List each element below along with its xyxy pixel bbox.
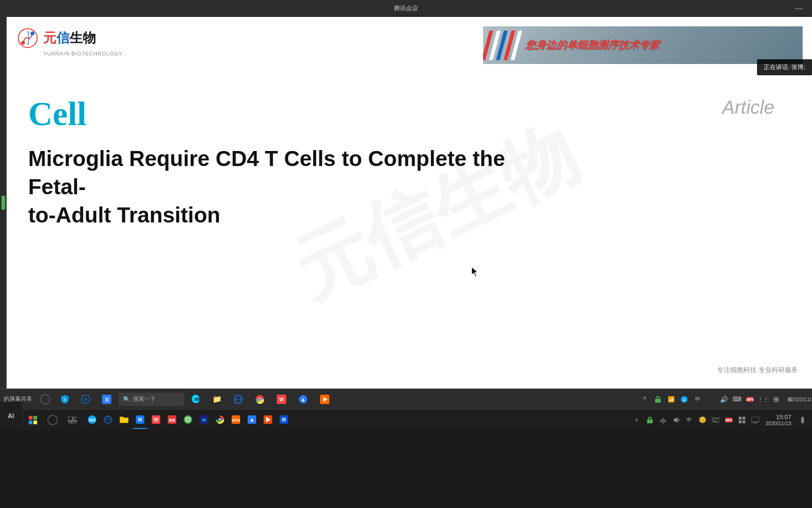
tray-keyboard[interactable] [710,414,721,426]
top-tray-keyboard[interactable]: ⌨ [731,394,742,405]
360-browser-icon [183,415,193,424]
svg-text:WPS: WPS [232,418,241,422]
bottom-text: 专注细胞科技 专业科研服务 [717,366,798,373]
close-button[interactable]: — [795,4,803,13]
top-tray-wps[interactable]: WPS [744,394,756,405]
show-hidden-icons[interactable]: ∧ [631,414,642,426]
taskbar-edge-top[interactable] [186,391,206,407]
tray-monitor[interactable] [750,414,761,426]
svg-text:M: M [138,417,142,422]
svg-text:▲: ▲ [300,396,306,403]
taskbar-360[interactable]: 360 [85,411,100,429]
top-tray-input[interactable]: 中 [692,394,703,405]
banner-stripes [483,26,521,64]
taskbar-center: 360 e [83,410,627,430]
top-tray-360[interactable]: 3 [679,394,690,405]
top-tray-dot1[interactable]: · [705,394,716,405]
top-tray-chevron[interactable]: ^ [639,394,650,405]
speaker-tooltip: 正在讲话: 张博; [757,59,812,75]
svg-rect-66 [714,421,717,422]
search-icon: 🔍 [123,396,130,403]
taskbar-ie2-top[interactable] [228,391,248,407]
taskbar-baidu-cloud[interactable]: ▲ [244,411,259,429]
taskbar-ie[interactable]: e [101,411,116,429]
task-view-button[interactable] [64,412,81,429]
svg-rect-27 [33,421,37,424]
right-banner: 您身边的单细胞测序技术专家 [483,26,803,64]
tray-lock[interactable] [644,414,656,426]
tray-network[interactable] [657,414,669,426]
taskbar-baidu2-top[interactable]: ▲ [293,391,313,407]
edge-icon [191,394,201,405]
tray-wps[interactable]: WPS [723,414,734,426]
taskbar-ie-top[interactable]: e [76,391,95,407]
tray-ime[interactable]: 中 [684,414,695,426]
top-tray-dots[interactable]: ⋮⋮ [757,394,769,405]
baidu-cloud-icon: ▲ [247,415,257,424]
explorer-app-icon [119,415,129,424]
svg-text:3: 3 [64,397,66,402]
taskbar-360-browser[interactable] [180,411,195,429]
taskbar-baidu-top[interactable]: 百 [97,391,117,407]
taskbar-storm[interactable] [260,411,275,429]
svg-text:M: M [282,417,286,422]
title-line1: Microglia Require CD4 T Cells to Complet… [28,146,505,199]
taskbar-wps-office[interactable]: WPS [228,411,243,429]
daoke-icon: 道客 [167,415,177,424]
tray-grid[interactable] [736,414,748,426]
search-circle-button[interactable] [37,391,54,408]
svg-rect-29 [74,417,77,421]
meeting-app-icon: M [135,415,145,424]
taskbar-chrome-top[interactable] [250,391,270,407]
monitor-icon [751,417,759,423]
slide-header: 元信生物 YUANXIN BIOTECHNOLOGY 您身边的单细胞测序技术专家 [7,17,812,92]
wps-tray-icon: WPS [746,396,754,403]
svg-rect-64 [717,418,718,419]
taskbar-video-top[interactable] [315,391,335,407]
top-tray-lock[interactable] [652,394,664,405]
chrome-icon [255,394,265,405]
taskbar-top: 的屏幕共享 3 e 百 🔍 搜索一下 📁 [0,389,812,409]
clock-area[interactable]: 15:07 2020/11/13 [763,410,794,430]
slide-bottom-text: 专注细胞科技 专业科研服务 [717,366,798,374]
notification-button[interactable] [797,414,808,426]
taskbar-wps-writer[interactable]: W [148,411,164,429]
svg-text:▲: ▲ [249,416,255,423]
wps-writer-icon: W [151,415,161,424]
volume-icon [672,416,680,424]
top-tray-network[interactable]: 📶 [665,394,677,405]
wps-office-icon: WPS [231,415,241,424]
taskbar-daoke[interactable]: 道客 [164,411,180,429]
slide-title: Microglia Require CD4 T Cells to Complet… [28,145,545,229]
ai-button[interactable]: Ai [0,402,23,430]
taskbar-chrome[interactable] [212,411,227,429]
taskbar-mifeng[interactable]: M [196,411,211,429]
top-tray-grid[interactable]: ⊞ [771,394,782,405]
svg-rect-72 [742,421,745,423]
clock-date: 2020/11/13 [765,421,791,426]
svg-text:道客: 道客 [169,418,176,422]
mouse-cursor [470,266,481,278]
taskbar-meeting2[interactable]: M [276,411,291,429]
cortana-button[interactable] [42,412,63,429]
360-app-icon: 360 [87,415,97,424]
taskbar-folder-top[interactable]: 📁 [208,391,226,407]
taskbar-360-icon[interactable]: 3 [55,391,74,407]
top-tray-audio[interactable]: 🔊 [718,394,729,405]
tray-volume[interactable] [671,414,682,426]
tray-lock-icon [647,416,653,424]
search-bar[interactable]: 🔍 搜索一下 [118,393,184,406]
cortana-circle-icon [47,415,58,425]
taskbar-wps-top[interactable]: W [272,391,291,407]
tray-smiley[interactable]: 😊 [697,414,708,426]
svg-rect-62 [713,418,714,419]
start-button[interactable] [24,412,41,429]
top-tray-date: 2020/11/1 [797,394,808,405]
lock-icon [654,396,662,403]
logo-area: 元信生物 YUANXIN BIOTECHNOLOGY [16,26,123,56]
svg-rect-63 [715,418,717,419]
svg-text:M: M [202,418,206,422]
baidu2-icon: ▲ [298,394,308,405]
taskbar-tencent-meeting[interactable]: M [133,411,148,429]
taskbar-explorer[interactable] [117,411,132,429]
